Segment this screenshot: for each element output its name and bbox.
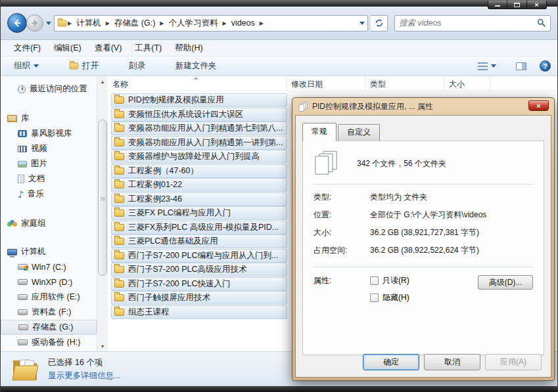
attributes-label: 属性: [314,275,370,303]
cancel-button[interactable]: 取消 [424,354,480,370]
checkbox-readonly[interactable] [370,276,379,285]
change-view-button[interactable] [471,60,503,73]
attribute-checkboxes: 只读(R) 隐藏(H) [370,275,409,303]
dialog-titlebar[interactable]: PID控制规律及模拟量应用, ... 属性 [292,98,554,115]
sidebar-item-drive-c[interactable]: Win7 (C:) [1,259,97,274]
open-button[interactable]: 打开 [62,58,105,74]
show-details-link[interactable]: 显示更多详细信息... [48,370,120,381]
computer-icon [7,249,17,255]
file-name: 西门子触摸屏应用技术 [128,292,210,303]
sidebar-scrollbar[interactable]: ▲ ▼ [97,76,108,351]
help-button[interactable]: ? [540,60,551,72]
sidebar-item-label: 家庭组 [21,218,46,229]
search-input[interactable] [399,18,537,28]
file-row[interactable]: 变频恒压供水系统设计四大误区 [111,108,287,121]
file-row[interactable]: 三菱FX系列PLC 高级应用-模拟量及PID... [111,221,287,234]
info-row-location: 位置: 全部位于 G:\个人学习资料\videos [314,209,533,221]
breadcrumb-separator-icon: ▶ [159,20,164,26]
file-name: 变频器维护与故障处理从入门到提高 [128,151,260,162]
file-row[interactable]: 西门子S7-200 PLC高级应用技术 [111,263,287,276]
minimize-button[interactable] [488,1,507,9]
sidebar-item-pictures[interactable]: 图片 [1,156,97,171]
close-button[interactable]: × [527,1,547,9]
breadcrumb-videos[interactable]: videos [227,17,259,29]
address-dropdown-icon[interactable] [360,22,365,25]
sidebar-item-drive-h[interactable]: 驱动备份 (H:) [1,335,97,350]
dialog-title: PID控制规律及模拟量应用, ... 属性 [312,101,433,112]
file-row[interactable]: 变频器功能应用从入门到精通第七到第八... [111,121,287,135]
file-row[interactable]: 西门子S7-200 PLC编程与应用从入门到... [111,249,287,263]
readonly-label: 只读(R) [383,275,409,286]
column-date-modified[interactable]: 修改日期 [287,76,365,91]
sidebar-item-baofeng-library[interactable]: 暴风影视库 [1,126,97,141]
menu-file[interactable]: 文件(F) [7,41,47,56]
file-row[interactable]: 工程案例（47-60） [111,164,287,178]
checkbox-hidden[interactable] [370,294,379,302]
file-row[interactable]: 工程案例23-46 [111,192,287,206]
file-row[interactable]: 工程案例01-22 [111,178,287,192]
sidebar-item-libraries[interactable]: 库 [1,111,97,126]
scroll-up-icon[interactable]: ▲ [97,76,108,87]
breadcrumb-computer[interactable]: 计算机 [72,16,105,30]
file-row[interactable]: 西门子S7-200 PLC快速入门 [111,277,287,291]
readonly-checkbox-row[interactable]: 只读(R) [370,275,409,286]
breadcrumb-separator-icon: ▶ [105,20,110,26]
maximize-button[interactable] [507,1,527,9]
file-row[interactable]: 三菱PLC通信基础及应用 [111,234,287,248]
refresh-icon [375,18,384,28]
menu-view[interactable]: 查看(V) [88,41,129,56]
scroll-down-icon[interactable]: ▼ [97,341,108,351]
menu-help[interactable]: 帮助(H) [168,41,209,56]
file-row[interactable]: PID控制规律及模拟量应用 [111,93,287,107]
file-row[interactable]: 西门子触摸屏应用技术 [111,291,287,305]
sidebar-item-label: 暴风影视库 [31,128,72,139]
organize-button[interactable]: 组织 [7,58,45,74]
address-bar[interactable]: ▶ 计算机 ▶ 存储盘 (G:) ▶ 个人学习资料 ▶ videos ▶ [54,15,368,32]
file-name: 工程案例（47-60） [128,165,198,177]
explorer-window: × ▶ 计算机 ▶ 存储盘 (G:) ▶ 个人学习资料 ▶ videos ▶ [0,0,558,392]
sidebar-item-computer[interactable]: 计算机 [1,244,97,259]
libraries-icon [7,115,17,122]
sidebar-item-videos[interactable]: 视频 [1,141,97,156]
homegroup-icon [7,220,17,228]
preview-pane-button[interactable] [509,60,533,73]
sidebar-item-recent-places[interactable]: 最近访问的位置 [1,81,97,97]
apply-button[interactable]: 应用(A) [485,354,542,370]
column-type[interactable]: 类型 [365,76,444,91]
separator [314,267,533,268]
tab-customize[interactable]: 自定义 [338,124,380,141]
file-row[interactable]: 三菱FX PLC编程与应用入门 [111,206,287,220]
file-row[interactable]: 组态王课程 [111,305,287,319]
sidebar-item-drive-d[interactable]: WinXP (D:) [1,274,97,290]
refresh-button[interactable] [371,15,388,32]
summary-text: 342 个文件，56 个文件夹 [357,158,446,169]
new-folder-button[interactable]: 新建文件夹 [169,58,223,74]
breadcrumb-drive-g[interactable]: 存储盘 (G:) [110,16,160,30]
folder-icon [114,181,124,188]
file-row[interactable]: 变频器维护与故障处理从入门到提高 [111,150,287,163]
menu-edit[interactable]: 编辑(E) [47,41,88,56]
hidden-checkbox-row[interactable]: 隐藏(H) [370,292,409,303]
forward-button[interactable] [26,14,43,32]
back-button[interactable] [7,13,27,33]
column-size[interactable]: 大小 [444,76,490,91]
advanced-button[interactable]: 高级(D)... [478,275,533,290]
scrollbar-thumb[interactable] [98,120,107,276]
sidebar-item-drive-g[interactable]: 存储盘 (G:) [1,320,97,335]
sidebar-item-homegroup[interactable]: 家庭组 [1,216,97,231]
history-dropdown-icon[interactable] [46,22,51,25]
sidebar-item-drive-f[interactable]: 资料盘 (F:) [1,305,97,320]
file-row[interactable]: 变频器功能应用从入门到精通第一讲到第... [111,136,287,150]
close-icon: × [534,1,538,9]
forward-arrow-icon [30,18,39,28]
breadcrumb-personal-folder[interactable]: 个人学习资料 [164,16,221,30]
burn-button[interactable]: 刻录 [122,58,152,74]
tab-general[interactable]: 常规 [302,123,337,141]
sidebar-item-documents[interactable]: 文档 [1,171,97,186]
ok-button[interactable]: 确定 [363,354,419,370]
folder-icon [114,209,124,217]
menu-tools[interactable]: 工具(T) [128,41,168,56]
sidebar-item-drive-e[interactable]: 应用软件 (E:) [1,290,97,305]
dialog-close-button[interactable]: × [528,100,549,111]
sidebar-item-music[interactable]: ♪ 音乐 [1,186,97,202]
